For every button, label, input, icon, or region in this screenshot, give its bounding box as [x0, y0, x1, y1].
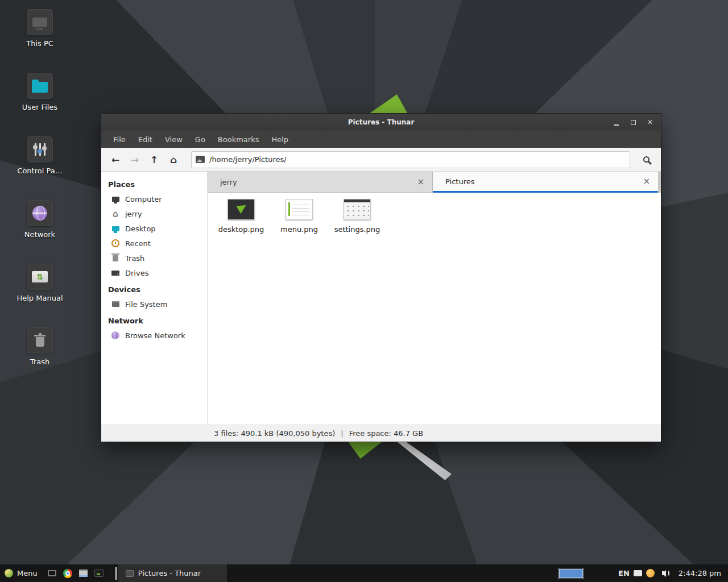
computer-icon: [111, 194, 120, 203]
volume-button[interactable]: [662, 570, 669, 577]
keyboard-layout-indicator[interactable]: EN: [618, 569, 630, 577]
speaker-wave-icon: [667, 570, 669, 576]
globe-icon: [111, 331, 120, 340]
tab-close-icon[interactable]: ×: [415, 178, 427, 186]
window-body: Places Computer ⌂ jerry Desktop Recent: [101, 172, 661, 425]
menu-bookmarks[interactable]: Bookmarks: [212, 131, 266, 148]
wallpaper-green-shard-top: [367, 94, 408, 115]
notifier-icon[interactable]: [646, 569, 655, 577]
sidebar-item-file-system[interactable]: File System: [101, 297, 207, 311]
terminal-launcher[interactable]: [91, 564, 107, 582]
sidebar-section-places: Places: [101, 175, 207, 192]
keyboard-icon[interactable]: [634, 570, 642, 576]
sidebar-item-browse-network[interactable]: Browse Network: [101, 328, 207, 343]
file-name: desktop.png: [218, 225, 264, 234]
file-desktop-png[interactable]: desktop.png: [214, 199, 268, 234]
thunar-icon: [126, 570, 134, 577]
desktop-icon-user-files[interactable]: User Files: [11, 73, 68, 111]
sidebar-item-drives[interactable]: Drives: [101, 265, 207, 280]
menu-help[interactable]: Help: [265, 131, 295, 148]
desktop-icon-column: This PC User Files Control Pa… Network ⇅…: [11, 9, 68, 366]
workspace-pager[interactable]: [558, 568, 584, 579]
file-view[interactable]: desktop.png menu.png settings.png: [208, 193, 661, 425]
desktop-screen: This PC User Files Control Pa… Network ⇅…: [0, 0, 728, 582]
wallpaper-white-shard: [397, 442, 452, 480]
file-manager-launcher[interactable]: [76, 564, 91, 582]
sidebar: Places Computer ⌂ jerry Desktop Recent: [101, 172, 208, 425]
file-name: menu.png: [280, 225, 318, 234]
wallpaper-green-shard-bottom: [348, 442, 382, 459]
clock[interactable]: 2:44:28 pm: [679, 569, 721, 577]
up-icon: ↑: [150, 154, 158, 165]
folder-icon: [27, 73, 53, 99]
desktop-icon-control-panel[interactable]: Control Pa…: [11, 136, 68, 175]
sidebar-item-computer[interactable]: Computer: [101, 192, 207, 206]
sidebar-item-recent[interactable]: Recent: [101, 236, 207, 251]
desktop-icon-help-manual[interactable]: ⇅ Help Manual: [11, 264, 68, 302]
tab-close-icon[interactable]: ×: [640, 177, 652, 186]
desktop-icon-network[interactable]: Network: [11, 200, 68, 239]
search-icon: [643, 156, 650, 163]
menu-file[interactable]: File: [107, 131, 132, 148]
search-button[interactable]: [637, 151, 655, 169]
menu-view[interactable]: View: [159, 131, 189, 148]
menu-go[interactable]: Go: [189, 131, 212, 148]
back-button[interactable]: ←: [107, 151, 124, 168]
tab-bar: jerry × Pictures ×: [208, 172, 661, 193]
status-files-info: 3 files: 490.1 kB (490,050 bytes): [214, 429, 335, 438]
tab-pictures[interactable]: Pictures ×: [433, 172, 658, 193]
sidebar-section-devices: Devices: [101, 280, 207, 297]
browser-icon: [63, 569, 72, 578]
desktop-icon-label: Help Manual: [16, 294, 63, 302]
desktop-icon-trash[interactable]: Trash: [11, 327, 68, 366]
show-desktop-button[interactable]: [44, 564, 60, 582]
desktop-icon-label: Network: [24, 230, 55, 239]
up-button[interactable]: ↑: [146, 151, 163, 168]
close-icon: ✕: [647, 118, 653, 126]
taskbar-window-button[interactable]: Pictures - Thunar: [118, 564, 227, 582]
image-folder-icon: [196, 156, 205, 163]
menu-edit[interactable]: Edit: [132, 131, 159, 148]
sidebar-item-desktop[interactable]: Desktop: [101, 221, 207, 236]
home-icon: ⌂: [111, 209, 120, 218]
taskbar-window-label: Pictures - Thunar: [138, 569, 201, 577]
status-bar: 3 files: 490.1 kB (490,050 bytes) | Free…: [101, 425, 661, 442]
toolbar: ← → ↑ ⌂ /home/jerry/Pictures/: [101, 148, 661, 172]
tab-label: jerry: [220, 178, 237, 186]
trash-icon: [111, 253, 120, 263]
home-icon: ⌂: [170, 154, 177, 165]
sidebar-item-label: Desktop: [125, 225, 156, 233]
forward-icon: →: [131, 154, 139, 165]
sidebar-item-trash[interactable]: Trash: [101, 251, 207, 265]
maximize-button[interactable]: [624, 114, 642, 131]
menu-logo-icon: [5, 569, 13, 577]
desktop-icon-this-pc[interactable]: This PC: [11, 9, 68, 48]
tab-label: Pictures: [445, 177, 474, 186]
forward-button[interactable]: →: [126, 151, 143, 168]
minimize-button[interactable]: [607, 114, 624, 131]
sidebar-item-label: Browse Network: [125, 331, 185, 340]
file-menu-png[interactable]: menu.png: [272, 199, 326, 234]
computer-icon: [27, 9, 53, 35]
path-input[interactable]: /home/jerry/Pictures/: [191, 151, 630, 168]
home-button[interactable]: ⌂: [165, 151, 182, 168]
status-separator: |: [341, 429, 343, 438]
tasklist-handle[interactable]: [115, 567, 117, 580]
menu-button[interactable]: Menu: [0, 564, 44, 582]
sidebar-item-label: Recent: [125, 239, 151, 248]
back-icon: ←: [111, 154, 119, 165]
globe-icon: [27, 200, 53, 226]
sidebar-item-home[interactable]: ⌂ jerry: [101, 206, 207, 221]
browser-launcher[interactable]: [60, 564, 76, 582]
content-pane: jerry × Pictures × desktop.png: [208, 172, 661, 425]
clock-icon: [111, 239, 120, 248]
title-bar[interactable]: Pictures - Thunar ✕: [101, 114, 661, 131]
sidebar-item-label: Drives: [125, 269, 148, 277]
speaker-cone-icon: [659, 570, 666, 577]
tab-jerry[interactable]: jerry ×: [208, 172, 433, 193]
minimize-icon: [614, 124, 619, 126]
desktop-icon-label: Control Pa…: [17, 167, 62, 175]
file-settings-png[interactable]: settings.png: [330, 199, 384, 234]
close-button[interactable]: ✕: [642, 114, 659, 131]
sidebar-item-label: jerry: [125, 210, 142, 218]
